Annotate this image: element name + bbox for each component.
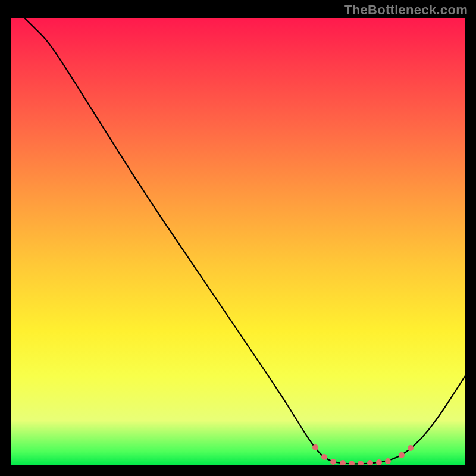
data-marker [349, 461, 355, 465]
data-marker [358, 461, 364, 465]
plot-area [11, 18, 465, 465]
data-marker [367, 460, 373, 465]
data-marker [340, 460, 346, 465]
bottleneck-curve [11, 18, 465, 465]
chart-frame: TheBottleneck.com [0, 0, 476, 476]
data-marker [376, 459, 382, 465]
data-marker [312, 444, 318, 450]
watermark-text: TheBottleneck.com [344, 2, 468, 18]
